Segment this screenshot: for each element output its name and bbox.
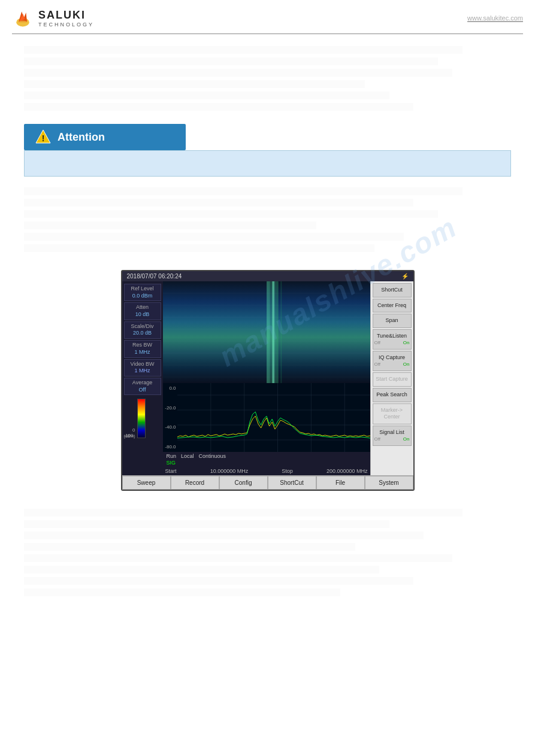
- param-atten: Atten 10 dB: [124, 302, 161, 320]
- header-link[interactable]: www.salukitec.com: [467, 14, 523, 22]
- param-average: Average Off: [124, 378, 161, 395]
- paragraph-3: [24, 69, 452, 77]
- paragraph-9: [24, 210, 438, 218]
- spec-local: Local: [181, 453, 194, 459]
- paragraph-6: [24, 103, 413, 111]
- spec-status-bar: Run Local Continuous SIG: [163, 452, 370, 467]
- rbtn-shortcut[interactable]: ShortCut: [373, 283, 412, 297]
- spec-bottom-buttons: Sweep Record Config ShortCut File System: [122, 475, 413, 490]
- btn-sweep[interactable]: Sweep: [122, 476, 171, 490]
- param-video-bw: Video BW 1 MHz: [124, 359, 161, 377]
- btn-system[interactable]: System: [365, 476, 413, 490]
- page-header: SALUKI TECHNOLOGY www.salukitec.com: [0, 0, 535, 34]
- paragraph-15: [24, 532, 424, 539]
- paragraph-17: [24, 554, 452, 562]
- spec-freq-stop-label: Stop: [282, 468, 293, 474]
- rbtn-span[interactable]: Span: [373, 314, 412, 328]
- paragraph-16: [24, 543, 355, 551]
- spec-topbar-right: ⚡: [401, 273, 409, 280]
- spectrum-trace-svg: [177, 383, 370, 452]
- color-scale-area: 0 (dBm) -100: [124, 399, 161, 438]
- rbtn-signal-list[interactable]: Signal List Off On: [373, 426, 412, 446]
- logo-saluki-text: SALUKI: [38, 9, 94, 22]
- logo-area: SALUKI TECHNOLOGY: [12, 7, 94, 29]
- param-ref-level: Ref Level 0.0 dBm: [124, 284, 161, 301]
- rbtn-center-freq[interactable]: Center Freq: [373, 299, 412, 313]
- rbtn-iq-capture[interactable]: IQ Capture Off On: [373, 351, 412, 371]
- btn-file[interactable]: File: [316, 476, 365, 490]
- paragraph-14: [24, 520, 389, 528]
- spec-status-row1: Run Local Continuous: [167, 453, 367, 459]
- paragraph-11: [24, 233, 404, 241]
- rbtn-marker-center: Marker->Center: [373, 403, 412, 424]
- rbtn-tune-listen[interactable]: Tune&Listen Off On: [373, 329, 412, 350]
- spec-freq-row: Start 10.000000 MHz Stop 200.000000 MHz: [163, 467, 370, 475]
- btn-record[interactable]: Record: [171, 476, 219, 490]
- svg-point-3: [17, 21, 28, 26]
- logo-icon: [12, 7, 34, 29]
- paragraph-10: [24, 221, 316, 229]
- spec-topbar-icon: ⚡: [401, 273, 409, 280]
- rbtn-start-capture: Start Capture: [373, 372, 412, 387]
- paragraph-5: [24, 92, 389, 99]
- attention-title: Attention: [58, 131, 105, 144]
- spec-center-display: 0.0 -20.0 -40.0 -80.0: [163, 281, 370, 475]
- paragraph-7: [24, 187, 463, 195]
- spec-right-buttons: ShortCut Center Freq Span Tune&Listen Of…: [370, 281, 413, 475]
- paragraph-12: [24, 244, 374, 252]
- spec-datetime: 2018/07/07 06:20:24: [127, 273, 182, 280]
- svg-rect-9: [272, 281, 274, 383]
- paragraph-2: [24, 57, 438, 65]
- paragraph-1: [24, 46, 463, 54]
- logo-text: SALUKI TECHNOLOGY: [38, 9, 94, 28]
- paragraph-4: [24, 80, 365, 88]
- svg-rect-10: [276, 281, 278, 383]
- waterfall-display: [163, 281, 370, 383]
- spec-freq-stop-val: 200.000000 MHz: [327, 468, 368, 474]
- svg-rect-7: [267, 281, 270, 383]
- logo-technology-text: TECHNOLOGY: [38, 22, 94, 28]
- btn-config[interactable]: Config: [219, 476, 268, 490]
- attention-body: [24, 150, 511, 177]
- attention-container: ! Attention: [24, 124, 511, 177]
- paragraph-19: [24, 577, 413, 585]
- warning-icon: !: [35, 129, 52, 145]
- spec-freq-start-val: 10.000000 MHz: [210, 468, 249, 474]
- spec-run: Run: [167, 453, 177, 459]
- waterfall-svg: [163, 281, 370, 383]
- svg-rect-11: [280, 281, 282, 383]
- screenshot-wrapper: 2018/07/07 06:20:24 ⚡ Ref Level 0.0 dBm: [24, 270, 511, 491]
- param-res-bw: Res BW 1 MHz: [124, 340, 161, 357]
- spec-params-panel: Ref Level 0.0 dBm Atten 10 dB Scale/Div …: [122, 281, 163, 475]
- spec-topbar: 2018/07/07 06:20:24 ⚡: [122, 271, 413, 281]
- spec-sig: SIG: [167, 460, 367, 466]
- page-body: ! Attention 2018/07/07 06:20:24 ⚡: [0, 34, 535, 612]
- spec-main: Ref Level 0.0 dBm Atten 10 dB Scale/Div …: [122, 281, 413, 475]
- param-scale-div: Scale/Div 20.0 dB: [124, 321, 161, 339]
- spec-freq-start-label: Start: [165, 468, 177, 474]
- btn-shortcut[interactable]: ShortCut: [268, 476, 316, 490]
- svg-text:!: !: [42, 133, 45, 143]
- attention-header: ! Attention: [24, 124, 186, 150]
- paragraph-8: [24, 199, 413, 207]
- spectrum-device: 2018/07/07 06:20:24 ⚡ Ref Level 0.0 dBm: [121, 270, 415, 491]
- paragraph-18: [24, 566, 379, 573]
- rbtn-peak-search[interactable]: Peak Search: [373, 388, 412, 402]
- y-axis-labels: 0.0 -20.0 -40.0 -80.0: [163, 383, 177, 452]
- spec-mode: Continuous: [199, 453, 226, 459]
- paragraph-13: [24, 509, 463, 517]
- spectrum-trace-area: 0.0 -20.0 -40.0 -80.0: [163, 383, 370, 452]
- paragraph-20: [24, 588, 340, 596]
